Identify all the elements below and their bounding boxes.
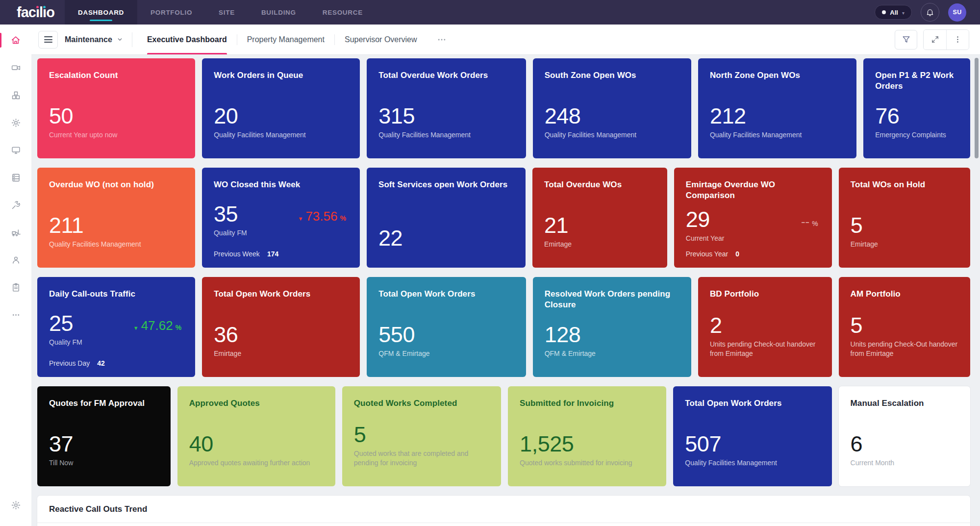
- tab-property-management[interactable]: Property Management: [237, 25, 334, 54]
- sidebar-item-more[interactable]: [0, 305, 31, 325]
- card-footer-label: Previous Day: [49, 359, 90, 367]
- expand-icon: [931, 35, 939, 44]
- kpi-card[interactable]: Escalation Count50Current Year upto now: [37, 58, 195, 158]
- kpi-card[interactable]: Approved Quotes40Approved quotes awaitin…: [177, 386, 335, 486]
- kpi-card[interactable]: Total Overdue WOs21Emirtage: [532, 168, 667, 268]
- kpi-card[interactable]: WO Closed this Week35▼73.56%Quality FMPr…: [202, 168, 360, 268]
- vertical-scrollbar-thumb[interactable]: [975, 58, 979, 158]
- sidebar-item-home[interactable]: [0, 30, 31, 50]
- kpi-card[interactable]: South Zone Open WOs248Quality Facilities…: [533, 58, 691, 158]
- card-title: Work Orders in Queue: [214, 70, 348, 81]
- kpi-card[interactable]: Quotes for FM Approval37Till Now: [37, 386, 171, 486]
- kpi-card[interactable]: Manual Escalation6Current Month: [839, 386, 970, 486]
- asset-settings-icon: [11, 118, 21, 128]
- user-avatar[interactable]: SU: [948, 3, 966, 22]
- kpi-card[interactable]: North Zone Open WOs212Quality Facilities…: [698, 58, 856, 158]
- card-title: AM Portfolio: [851, 289, 958, 300]
- filter-button[interactable]: [895, 30, 917, 50]
- kpi-card[interactable]: Total WOs on Hold5Emirtage: [839, 168, 970, 268]
- kpi-card[interactable]: Submitted for Invoicing1,525Quoted works…: [508, 386, 666, 486]
- kpi-card[interactable]: Overdue WO (not on hold)211Quality Facil…: [37, 168, 195, 268]
- sidebar-item-settings[interactable]: [0, 500, 31, 510]
- settings-gear-icon: [11, 500, 21, 510]
- kpi-card[interactable]: Soft Services open Work Orders22: [367, 168, 526, 268]
- kpi-card[interactable]: AM Portfolio5Units pending Check-Out han…: [839, 277, 970, 377]
- chevron-down-icon: ▾: [902, 10, 905, 16]
- card-title: Resolved Work Orders pending Closure: [545, 289, 679, 310]
- tab-supervisor-overview[interactable]: Supervisor Overview: [335, 25, 427, 54]
- nav-item-site[interactable]: SITE: [205, 0, 248, 25]
- kpi-card[interactable]: Total Open Work Orders507Quality Facilit…: [673, 386, 831, 486]
- dashboard-selector[interactable]: Maintenance: [58, 25, 132, 54]
- sidebar-item-forklift[interactable]: [0, 223, 31, 242]
- scope-label: All: [890, 9, 898, 16]
- more-options-button[interactable]: [946, 30, 969, 50]
- trend-unit: %: [812, 220, 818, 227]
- scope-selector[interactable]: All ▾: [875, 5, 912, 20]
- card-value: 22: [378, 227, 402, 249]
- card-subtitle: Quality FM: [214, 228, 348, 238]
- sidebar-item-clipboard[interactable]: [0, 277, 31, 297]
- card-subtitle: Quoted works submitted for invoicing: [520, 458, 654, 468]
- card-value: 211: [49, 214, 83, 236]
- kpi-row: Daily Call-outs Traffic25▼47.62%Quality …: [37, 277, 970, 377]
- nav-item-portfolio[interactable]: PORTFOLIO: [137, 0, 205, 25]
- sidebar-item-tools[interactable]: [0, 195, 31, 215]
- kpi-card[interactable]: Daily Call-outs Traffic25▼47.62%Quality …: [37, 277, 195, 377]
- card-title: Soft Services open Work Orders: [378, 179, 514, 190]
- card-value: 35: [214, 203, 238, 225]
- kpi-card[interactable]: BD Portfolio2Units pending Check-out han…: [698, 277, 832, 377]
- clipboard-icon: [11, 282, 21, 293]
- kpi-row: Quotes for FM Approval37Till NowApproved…: [37, 386, 970, 486]
- kpi-card[interactable]: Total Open Work Orders550QFM & Emirtage: [367, 277, 526, 377]
- menu-toggle-button[interactable]: [38, 31, 58, 49]
- card-subtitle: Quality Facilities Management: [49, 240, 183, 249]
- card-value: 76: [875, 105, 899, 127]
- trend-value: 47.62: [141, 319, 173, 332]
- notification-bell-button[interactable]: [921, 3, 939, 22]
- card-title: Quoted Works Completed: [354, 398, 489, 409]
- card-footer: Previous Year0: [686, 250, 820, 258]
- toolbar-actions: [895, 25, 969, 54]
- trend-unit: %: [340, 214, 346, 222]
- tab-executive-dashboard[interactable]: Executive Dashboard: [137, 25, 237, 54]
- kpi-card[interactable]: Work Orders in Queue20Quality Facilities…: [202, 58, 360, 158]
- forklift-icon: [11, 227, 21, 238]
- kpi-card[interactable]: Total Open Work Orders36Emirtage: [202, 277, 360, 377]
- sidebar: [0, 25, 31, 526]
- card-title: Manual Escalation: [851, 398, 958, 409]
- nav-item-building[interactable]: BUILDING: [248, 0, 309, 25]
- sidebar-item-monitor[interactable]: [0, 140, 31, 160]
- card-value: 550: [378, 324, 415, 346]
- card-value: 1,525: [520, 433, 574, 455]
- kpi-card[interactable]: Emirtage Overdue WO Comparison29--%Curre…: [674, 168, 832, 268]
- card-title: Total Open Work Orders: [685, 398, 820, 409]
- trend-value: --: [801, 215, 809, 228]
- card-subtitle: Emirtage: [544, 240, 655, 249]
- tabs-overflow-button[interactable]: [434, 33, 450, 47]
- sidebar-item-rack[interactable]: [0, 168, 31, 187]
- people-icon: [11, 255, 21, 265]
- nav-item-resource[interactable]: RESOURCE: [309, 0, 376, 25]
- sidebar-item-inventory[interactable]: [0, 85, 31, 105]
- sidebar-item-people[interactable]: [0, 250, 31, 270]
- card-value: 40: [189, 433, 213, 455]
- card-subtitle: QFM & Emirtage: [378, 349, 514, 358]
- kpi-card[interactable]: Quoted Works Completed5Quoted works that…: [342, 386, 501, 486]
- kpi-card[interactable]: Total Overdue Work Orders315Quality Faci…: [367, 58, 526, 158]
- card-title: WO Closed this Week: [214, 179, 348, 190]
- expand-button[interactable]: [924, 30, 946, 50]
- nav-item-dashboard[interactable]: DASHBOARD: [65, 0, 137, 25]
- kpi-card[interactable]: Resolved Work Orders pending Closure128Q…: [533, 277, 691, 377]
- card-footer-value: 42: [97, 359, 105, 367]
- card-title: Overdue WO (not on hold): [49, 179, 183, 190]
- sidebar-item-assets[interactable]: [0, 113, 31, 132]
- sidebar-item-camera[interactable]: [0, 58, 31, 77]
- card-footer-value: 0: [735, 250, 739, 258]
- card-title: Open P1 & P2 Work Orders: [875, 70, 958, 92]
- card-subtitle: Emergency Complaints: [875, 130, 958, 140]
- kpi-card[interactable]: Open P1 & P2 Work Orders76Emergency Comp…: [863, 58, 970, 158]
- brand-logo[interactable]: facılıo: [0, 0, 58, 25]
- trend-unit: %: [176, 324, 181, 331]
- filter-icon: [902, 35, 911, 44]
